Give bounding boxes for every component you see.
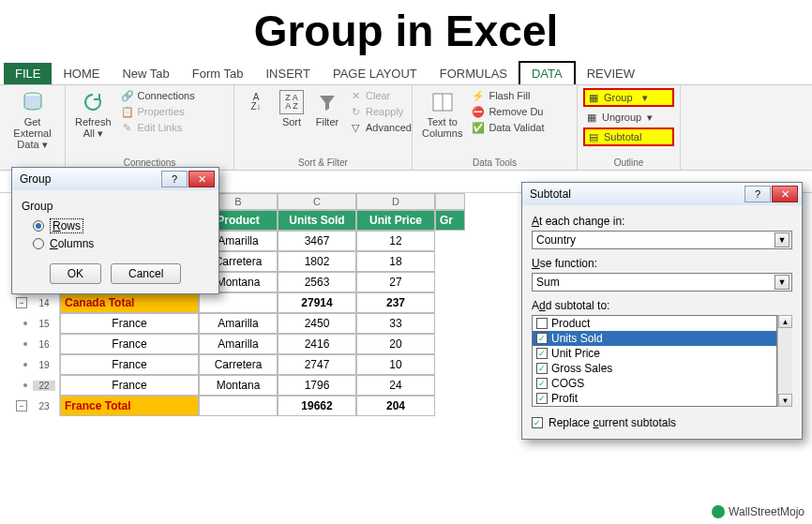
listbox-item[interactable]: ✓Units Sold (533, 331, 776, 346)
header-units[interactable]: Units Sold (278, 210, 356, 231)
tab-data[interactable]: DATA (519, 61, 576, 84)
checkbox-icon[interactable] (536, 318, 548, 329)
function-combo[interactable]: Sum▼ (532, 273, 792, 292)
cell-product[interactable]: Montana (199, 375, 278, 396)
subtotal-button[interactable]: ▤Subtotal (583, 127, 674, 146)
text-to-columns-button[interactable]: Text to Columns (418, 88, 466, 141)
row-number[interactable]: 14 (33, 298, 55, 308)
refresh-all-button[interactable]: Refresh All ▾ (71, 88, 115, 141)
checkbox-icon[interactable]: ✓ (536, 393, 548, 404)
tab-pagelayout[interactable]: PAGE LAYOUT (322, 63, 429, 84)
cell-price[interactable]: 204 (356, 396, 435, 416)
listbox-item[interactable]: Product (533, 316, 776, 331)
listbox-item[interactable]: ✓Profit (533, 391, 776, 406)
advanced-filter-button[interactable]: ▽Advanced (347, 120, 414, 135)
cell-country[interactable]: France (60, 334, 199, 354)
tab-new[interactable]: New Tab (111, 63, 180, 84)
properties-button[interactable]: 📋Properties (119, 104, 197, 119)
header-gross[interactable]: Gr (435, 210, 465, 231)
cell-units[interactable]: 2450 (278, 313, 356, 334)
dialog-close-button[interactable]: ✕ (772, 186, 798, 202)
cell-units[interactable]: 2747 (278, 354, 356, 375)
group-cancel-button[interactable]: Cancel (111, 263, 181, 284)
cell-product[interactable]: Amarilla (199, 313, 278, 334)
group-columns-radio[interactable]: Columns (33, 237, 209, 250)
cell-product[interactable]: Amarilla (199, 334, 278, 354)
cell-units[interactable]: 19662 (278, 396, 356, 416)
tab-insert[interactable]: INSERT (254, 63, 321, 84)
checkbox-icon[interactable]: ✓ (536, 333, 548, 344)
col-header-c[interactable]: C (278, 193, 356, 210)
cell-price[interactable]: 24 (356, 375, 435, 396)
checkbox-icon[interactable]: ✓ (536, 378, 548, 389)
cell-units[interactable]: 2563 (278, 272, 356, 292)
replace-subtotals-checkbox[interactable]: ✓Replace current subtotals (532, 416, 792, 429)
sort-button[interactable]: Z AA Z Sort (276, 88, 308, 135)
header-price[interactable]: Unit Price (356, 210, 435, 231)
dialog-help-button[interactable]: ? (744, 186, 771, 202)
connections-button[interactable]: 🔗Connections (119, 88, 197, 103)
cell-price[interactable]: 20 (356, 334, 435, 354)
listbox-item[interactable]: ✓Gross Sales (533, 361, 776, 376)
collapse-button[interactable]: − (16, 400, 27, 412)
scroll-down-icon[interactable]: ▼ (778, 394, 792, 407)
cell-country[interactable]: France (60, 313, 199, 334)
group-rows-radio[interactable]: RRowsows (33, 218, 209, 233)
row-number[interactable]: 15 (33, 319, 55, 329)
group-ok-button[interactable]: OK (50, 263, 101, 284)
cell-units[interactable]: 1796 (278, 375, 356, 396)
row-number[interactable]: 16 (33, 339, 55, 350)
scroll-up-icon[interactable]: ▲ (778, 315, 792, 328)
cell-price[interactable]: 237 (356, 292, 435, 313)
row-number[interactable]: 19 (33, 360, 55, 370)
listbox-scrollbar[interactable]: ▲ ▼ (777, 315, 792, 407)
cell-country[interactable]: Canada Total (60, 292, 199, 313)
cell-product[interactable] (199, 396, 278, 416)
tab-file[interactable]: FILE (4, 63, 52, 84)
col-header-e[interactable] (435, 193, 465, 210)
flash-fill-button[interactable]: ⚡Flash Fill (470, 88, 546, 103)
listbox-item[interactable]: ✓Unit Price (533, 346, 776, 361)
cell-country[interactable]: France Total (60, 396, 199, 416)
chevron-down-icon[interactable]: ▼ (774, 232, 789, 247)
add-subtotal-listbox[interactable]: Product✓Units Sold✓Unit Price✓Gross Sale… (532, 315, 777, 407)
cell-units[interactable]: 27914 (278, 292, 356, 313)
filter-button[interactable]: Filter (311, 88, 343, 135)
row-number[interactable]: 23 (33, 401, 55, 412)
dialog-help-button[interactable]: ? (161, 171, 188, 187)
listbox-item[interactable]: ✓COGS (533, 376, 776, 391)
group-button[interactable]: ▦Group▾ (583, 88, 674, 107)
dialog-close-button[interactable]: ✕ (188, 171, 215, 187)
cell-units[interactable]: 2416 (278, 334, 356, 354)
chevron-down-icon[interactable]: ▼ (774, 275, 789, 290)
data-validation-button[interactable]: ✅Data Validat (470, 120, 546, 135)
cell-product[interactable]: Carretera (199, 354, 278, 375)
collapse-button[interactable]: − (16, 297, 27, 308)
tab-review[interactable]: REVIEW (576, 63, 646, 84)
cell-price[interactable]: 33 (356, 313, 435, 334)
row-number[interactable]: 22 (33, 381, 55, 391)
cell-price[interactable]: 27 (356, 272, 435, 292)
tab-formulas[interactable]: FORMULAS (429, 63, 519, 84)
change-combo[interactable]: Country▼ (532, 231, 792, 249)
edit-links-button[interactable]: ✎Edit Links (119, 120, 197, 135)
ungroup-button[interactable]: ▦Ungroup▾ (583, 110, 674, 125)
reapply-button[interactable]: ↻Reapply (347, 104, 414, 119)
sort-az-button[interactable]: AZ↓ (240, 88, 272, 135)
cell-country[interactable]: France (60, 354, 199, 375)
clear-filter-button[interactable]: ✕Clear (347, 88, 414, 103)
tab-form[interactable]: Form Tab (181, 63, 255, 84)
cell-product[interactable] (199, 292, 278, 313)
remove-duplicates-button[interactable]: ⛔Remove Du (470, 104, 546, 119)
cell-country[interactable]: France (60, 375, 199, 396)
cell-price[interactable]: 10 (356, 354, 435, 375)
tab-home[interactable]: HOME (52, 63, 111, 84)
checkbox-icon[interactable]: ✓ (536, 348, 548, 359)
cell-price[interactable]: 18 (356, 251, 435, 272)
get-external-data-button[interactable]: Get External Data ▾ (6, 88, 59, 152)
checkbox-icon[interactable]: ✓ (536, 363, 548, 374)
cell-units[interactable]: 3467 (278, 231, 356, 251)
cell-price[interactable]: 12 (356, 231, 435, 251)
col-header-d[interactable]: D (356, 193, 435, 210)
cell-units[interactable]: 1802 (278, 251, 356, 272)
